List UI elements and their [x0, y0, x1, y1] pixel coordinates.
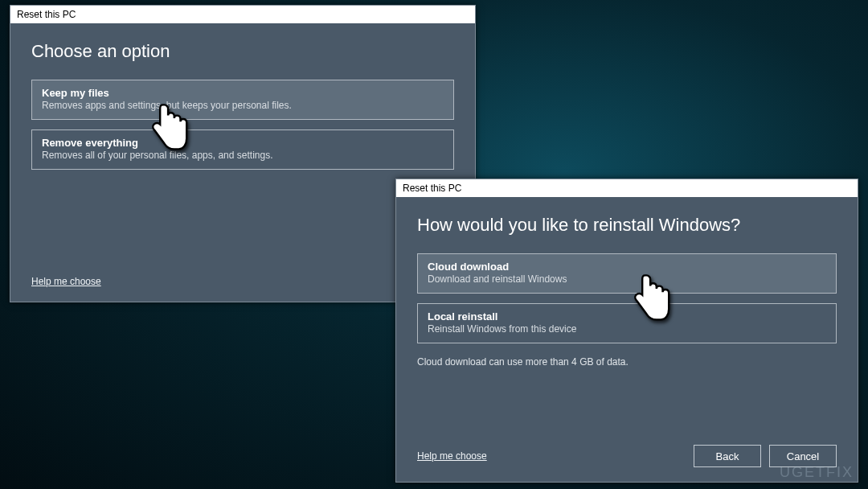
dialog-footer: Help me choose — [31, 276, 454, 287]
help-me-choose-link[interactable]: Help me choose — [31, 276, 101, 287]
dialog-heading: Choose an option — [31, 41, 454, 62]
watermark: UGETFIX — [780, 464, 854, 481]
option-desc: Removes all of your personal files, apps… — [42, 150, 444, 161]
dialog-title: Reset this PC — [403, 183, 461, 194]
dialog-body: How would you like to reinstall Windows?… — [396, 197, 858, 482]
option-cloud-download[interactable]: Cloud download Download and reinstall Wi… — [417, 253, 837, 294]
dialog-titlebar: Reset this PC — [396, 179, 858, 197]
option-title: Cloud download — [428, 261, 826, 273]
option-desc: Download and reinstall Windows — [428, 273, 826, 285]
back-button[interactable]: Back — [694, 445, 761, 467]
dialog-titlebar: Reset this PC — [10, 6, 475, 23]
help-me-choose-link[interactable]: Help me choose — [417, 450, 487, 462]
option-desc: Reinstall Windows from this device — [428, 323, 826, 335]
dialog-footer: Help me choose Back Cancel — [417, 445, 837, 467]
option-desc: Removes apps and settings, but keeps you… — [42, 100, 444, 111]
option-remove-everything[interactable]: Remove everything Removes all of your pe… — [31, 129, 454, 170]
data-usage-note: Cloud download can use more than 4 GB of… — [417, 356, 837, 368]
option-keep-my-files[interactable]: Keep my files Removes apps and settings,… — [31, 80, 454, 120]
dialog-heading: How would you like to reinstall Windows? — [417, 215, 837, 236]
option-title: Local reinstall — [428, 310, 826, 323]
option-title: Keep my files — [42, 87, 444, 99]
option-title: Remove everything — [42, 137, 444, 149]
option-local-reinstall[interactable]: Local reinstall Reinstall Windows from t… — [417, 303, 837, 343]
dialog-title: Reset this PC — [17, 9, 76, 20]
reset-pc-dialog-reinstall: Reset this PC How would you like to rein… — [395, 179, 858, 483]
